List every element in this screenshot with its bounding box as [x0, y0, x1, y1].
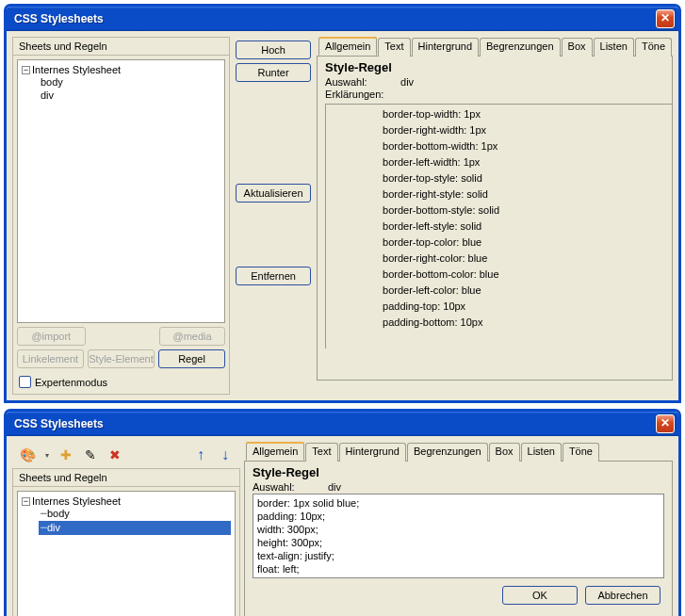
- cancel-button[interactable]: Abbrechen: [585, 586, 661, 605]
- collapse-icon[interactable]: −: [22, 497, 30, 506]
- tab-allgemein[interactable]: Allgemein: [246, 442, 304, 461]
- tab-töne[interactable]: Töne: [635, 38, 672, 57]
- new-rule-icon[interactable]: ✚: [57, 446, 75, 464]
- expert-mode-row[interactable]: Expertenmodus: [13, 372, 229, 394]
- ok-button[interactable]: OK: [502, 586, 578, 605]
- expert-mode-label: Expertenmodus: [35, 377, 107, 388]
- tab-listen[interactable]: Listen: [521, 443, 562, 462]
- dropdown-arrow-icon[interactable]: ▾: [42, 448, 51, 462]
- tab-listen[interactable]: Listen: [594, 38, 634, 57]
- tab-allgemein[interactable]: Allgemein: [318, 37, 377, 56]
- selector-label: Auswahl:: [325, 76, 385, 88]
- tab-töne[interactable]: Töne: [563, 443, 599, 462]
- selector-value: div: [328, 481, 341, 493]
- tab-box[interactable]: Box: [562, 38, 593, 57]
- tree-item-div[interactable]: ┈div: [39, 521, 231, 535]
- window-title: CSS Stylesheets: [14, 417, 656, 430]
- tree-item-body[interactable]: body: [39, 75, 220, 89]
- reorder-buttons-column: Hoch Runter Aktualisieren Entfernen: [236, 37, 311, 395]
- sheets-rules-header: Sheets und Regeln: [13, 38, 229, 56]
- close-icon[interactable]: ✕: [656, 9, 675, 28]
- titlebar[interactable]: CSS Stylesheets ✕: [7, 7, 678, 31]
- tree-root-label: Internes Stylesheet: [32, 64, 121, 75]
- move-up-icon[interactable]: ↑: [191, 446, 210, 464]
- expert-mode-checkbox[interactable]: [19, 376, 31, 388]
- properties-panel: AllgemeinTextHintergrundBegrenzungenBoxL…: [244, 442, 673, 616]
- declaration-row[interactable]: padding-top: 10px: [383, 299, 670, 315]
- tabstrip: AllgemeinTextHintergrundBegrenzungenBoxL…: [317, 37, 673, 57]
- tabstrip: AllgemeinTextHintergrundBegrenzungenBoxL…: [244, 442, 673, 462]
- declaration-row[interactable]: border-bottom-color: blue: [383, 267, 670, 283]
- media-button: @media: [159, 327, 225, 346]
- toolbar: 🎨 ▾ ✚ ✎ ✖ ↑ ↓: [12, 442, 240, 468]
- tree-root-label: Internes Stylesheet: [32, 495, 121, 507]
- delete-icon[interactable]: ✖: [106, 446, 124, 464]
- window-title: CSS Stylesheets: [14, 12, 656, 25]
- tab-text[interactable]: Text: [378, 38, 410, 57]
- move-down-icon[interactable]: ↓: [216, 446, 235, 464]
- edit-icon[interactable]: ✎: [81, 446, 100, 464]
- tab-box[interactable]: Box: [489, 443, 520, 462]
- linkelement-button: Linkelement: [17, 349, 84, 368]
- declaration-row[interactable]: border-left-style: solid: [383, 219, 670, 235]
- left-column: 🎨 ▾ ✚ ✎ ✖ ↑ ↓ Sheets und Regeln − Intern…: [12, 442, 240, 616]
- declaration-row[interactable]: border-left-color: blue: [383, 283, 670, 299]
- collapse-icon[interactable]: −: [22, 66, 30, 74]
- sheets-rules-panel: Sheets und Regeln − Internes Stylesheet …: [12, 468, 240, 616]
- declaration-row[interactable]: border-bottom-width: 1px: [383, 138, 670, 154]
- sheets-rules-header: Sheets und Regeln: [13, 469, 239, 487]
- tree-root-row[interactable]: − Internes Stylesheet: [22, 495, 231, 507]
- stylesheet-tree[interactable]: − Internes Stylesheet ┈body ┈div: [17, 491, 236, 616]
- declaration-row[interactable]: border-bottom-style: solid: [383, 203, 670, 219]
- tree-root-row[interactable]: − Internes Stylesheet: [22, 64, 220, 75]
- close-icon[interactable]: ✕: [656, 414, 675, 433]
- declaration-row[interactable]: border-right-width: 1px: [383, 122, 670, 138]
- tab-begrenzungen[interactable]: Begrenzungen: [480, 38, 561, 57]
- tree-item-body[interactable]: ┈body: [39, 507, 231, 521]
- tab-begrenzungen[interactable]: Begrenzungen: [407, 443, 488, 462]
- style-element-button: Style-Element: [88, 349, 155, 368]
- css-stylesheets-window-advanced: CSS Stylesheets ✕ Sheets und Regeln − In…: [4, 4, 681, 403]
- sheets-rules-panel: Sheets und Regeln − Internes Stylesheet …: [12, 37, 230, 395]
- palette-icon[interactable]: 🎨: [18, 446, 37, 464]
- style-rule-heading: Style-Regel: [325, 60, 672, 74]
- declaration-row[interactable]: border-right-color: blue: [383, 251, 670, 267]
- tree-item-div[interactable]: div: [39, 89, 220, 102]
- selector-value: div: [400, 76, 414, 88]
- rule-button[interactable]: Regel: [158, 349, 225, 368]
- css-stylesheets-window-expert: CSS Stylesheets ✕ 🎨 ▾ ✚ ✎ ✖ ↑ ↓ Sheets u…: [4, 409, 681, 616]
- declaration-row[interactable]: border-top-color: blue: [383, 235, 670, 251]
- properties-panel: AllgemeinTextHintergrundBegrenzungenBoxL…: [317, 37, 673, 395]
- refresh-button[interactable]: Aktualisieren: [236, 184, 311, 203]
- declarations-list[interactable]: border-top-width: 1pxborder-right-width:…: [325, 104, 672, 349]
- selector-label: Auswahl:: [253, 481, 313, 493]
- tab-hintergrund[interactable]: Hintergrund: [339, 443, 406, 462]
- declaration-row[interactable]: border-left-width: 1px: [383, 154, 670, 170]
- move-down-button[interactable]: Runter: [236, 63, 311, 82]
- titlebar[interactable]: CSS Stylesheets ✕: [7, 412, 678, 436]
- declaration-row[interactable]: border-top-width: 1px: [383, 106, 670, 122]
- tab-text[interactable]: Text: [305, 443, 337, 462]
- declaration-row[interactable]: padding-bottom: 10px: [383, 315, 670, 331]
- declaration-row[interactable]: border-right-style: solid: [383, 186, 670, 203]
- tab-hintergrund[interactable]: Hintergrund: [412, 38, 479, 57]
- stylesheet-tree[interactable]: − Internes Stylesheet body div: [17, 59, 225, 323]
- remove-button[interactable]: Entfernen: [236, 267, 311, 285]
- css-editor[interactable]: border: 1px solid blue; padding: 10px; w…: [253, 494, 664, 578]
- move-up-button[interactable]: Hoch: [236, 41, 311, 59]
- style-rule-heading: Style-Regel: [253, 465, 664, 479]
- import-button: @import: [17, 327, 86, 346]
- declarations-label: Erklärungen:: [325, 89, 385, 100]
- declaration-row[interactable]: border-top-style: solid: [383, 170, 670, 186]
